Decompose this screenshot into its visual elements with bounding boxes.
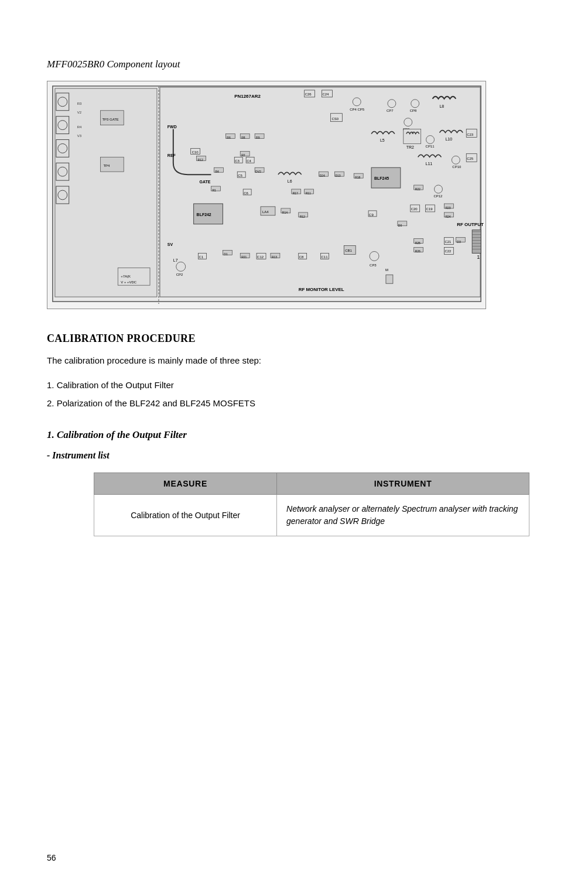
svg-text:C20: C20 bbox=[411, 207, 418, 211]
table-header-instrument: INSTRUMENT bbox=[277, 473, 529, 495]
svg-text:D1: D1 bbox=[224, 253, 228, 256]
table-header-row: MEASURE INSTRUMENT bbox=[94, 473, 529, 495]
svg-text:SV: SV bbox=[167, 242, 173, 246]
table-cell-measure: Calibration of the Output Filter bbox=[94, 495, 277, 536]
svg-text:BLF242: BLF242 bbox=[197, 213, 211, 217]
svg-text:R3: R3 bbox=[77, 102, 82, 105]
page-container: MFF0025BR0 Component layout bbox=[0, 0, 588, 880]
svg-text:FWD: FWD bbox=[167, 125, 177, 129]
svg-text:CP2: CP2 bbox=[176, 273, 183, 276]
svg-text:R11: R11 bbox=[306, 192, 311, 195]
svg-text:CP10: CP10 bbox=[452, 165, 461, 169]
svg-text:C19: C19 bbox=[426, 207, 433, 211]
svg-text:C4: C4 bbox=[247, 159, 251, 163]
svg-text:LA4: LA4 bbox=[262, 210, 269, 214]
svg-text:+7A(K: +7A(K bbox=[121, 275, 131, 278]
sub-section-1: 1. Calibration of the Output Filter - In… bbox=[47, 429, 541, 536]
svg-text:R21: R21 bbox=[241, 256, 247, 259]
svg-text:C3: C3 bbox=[235, 159, 240, 163]
svg-text:R8: R8 bbox=[241, 136, 245, 139]
svg-text:RF OUTPUT: RF OUTPUT bbox=[457, 222, 484, 227]
svg-text:CP8: CP8 bbox=[410, 109, 417, 112]
instrument-table: MEASURE INSTRUMENT Calibration of the Ou… bbox=[94, 472, 529, 536]
step-2: 2. Polarization of the BLF242 and BLF245… bbox=[47, 395, 541, 412]
svg-text:C12: C12 bbox=[257, 255, 264, 259]
svg-text:R4: R4 bbox=[215, 170, 219, 173]
svg-text:D3: D3 bbox=[457, 241, 461, 244]
svg-rect-51 bbox=[404, 129, 421, 144]
svg-text:BLF245: BLF245 bbox=[374, 176, 389, 180]
svg-text:R25: R25 bbox=[415, 242, 421, 245]
svg-text:D0: D0 bbox=[398, 224, 402, 227]
svg-text:R26: R26 bbox=[415, 250, 421, 253]
svg-text:C25: C25 bbox=[467, 157, 474, 160]
svg-text:L10: L10 bbox=[445, 137, 452, 141]
svg-text:L5: L5 bbox=[380, 138, 385, 142]
table-cell-instrument: Network analyser or alternately Spectrum… bbox=[277, 495, 529, 536]
svg-text:R13: R13 bbox=[272, 256, 277, 259]
svg-text:C22: C22 bbox=[445, 249, 452, 253]
svg-text:RF MONITOR LEVEL: RF MONITOR LEVEL bbox=[299, 287, 344, 292]
svg-text:R12: R12 bbox=[198, 159, 203, 162]
svg-text:CP4 CP5: CP4 CP5 bbox=[350, 108, 365, 111]
svg-rect-25 bbox=[160, 87, 480, 297]
svg-text:PN1267AR2: PN1267AR2 bbox=[234, 94, 261, 99]
table-row: Calibration of the Output Filter Network… bbox=[94, 495, 529, 536]
step-1: 1. Calibration of the Output Filter bbox=[47, 377, 541, 394]
svg-text:R9: R9 bbox=[256, 136, 260, 139]
svg-text:D13: D13 bbox=[335, 174, 340, 177]
steps-list: 1. Calibration of the Output Filter 2. P… bbox=[47, 377, 541, 412]
svg-text:R17: R17 bbox=[293, 192, 298, 195]
svg-text:CP12: CP12 bbox=[434, 194, 443, 198]
svg-text:C8: C8 bbox=[299, 255, 304, 259]
component-layout-title: MFF0025BR0 Component layout bbox=[47, 59, 541, 70]
svg-text:CP7: CP7 bbox=[387, 109, 394, 112]
svg-text:CB1: CB1 bbox=[345, 249, 352, 252]
svg-text:R14: R14 bbox=[282, 211, 288, 214]
svg-text:C6: C6 bbox=[244, 191, 248, 195]
svg-text:L6: L6 bbox=[288, 179, 292, 183]
svg-text:C23: C23 bbox=[467, 133, 474, 136]
svg-text:1: 1 bbox=[477, 254, 480, 260]
svg-text:C24: C24 bbox=[323, 93, 330, 96]
svg-text:C1: C1 bbox=[199, 255, 204, 259]
svg-text:C11: C11 bbox=[322, 255, 329, 259]
sub-section-1-title: 1. Calibration of the Output Filter bbox=[47, 429, 541, 441]
svg-text:D24: D24 bbox=[320, 174, 325, 177]
svg-text:R6: R6 bbox=[227, 136, 231, 139]
svg-text:TP4: TP4 bbox=[103, 164, 110, 167]
svg-rect-120 bbox=[472, 230, 481, 254]
svg-text:L11: L11 bbox=[426, 162, 433, 166]
calibration-heading: CALIBRATION PROCEDURE bbox=[47, 333, 541, 345]
svg-text:R1: R1 bbox=[212, 189, 216, 192]
svg-text:V3: V3 bbox=[77, 134, 82, 138]
pcb-image: R3 V2 R4 V3 TP3 GATE TP4 +7A(K V + +VDC … bbox=[47, 81, 486, 309]
svg-text:L7: L7 bbox=[173, 258, 178, 262]
svg-text:TP3 GATE: TP3 GATE bbox=[102, 118, 118, 121]
svg-text:L8: L8 bbox=[439, 104, 444, 108]
svg-text:R23: R23 bbox=[445, 207, 450, 210]
svg-text:R24: R24 bbox=[445, 215, 450, 218]
svg-text:REF: REF bbox=[167, 153, 176, 157]
svg-text:R18: R18 bbox=[355, 176, 360, 179]
svg-text:CP11: CP11 bbox=[426, 145, 435, 148]
svg-text:V +   +VDC: V + +VDC bbox=[121, 280, 137, 284]
intro-text: The calibration procedure is mainly made… bbox=[47, 355, 541, 365]
svg-text:R12: R12 bbox=[300, 215, 305, 218]
svg-text:GATE: GATE bbox=[200, 180, 211, 184]
page-number: 56 bbox=[47, 853, 56, 862]
svg-text:DV2: DV2 bbox=[255, 170, 261, 173]
svg-text:C21: C21 bbox=[445, 240, 452, 244]
svg-text:R22: R22 bbox=[415, 188, 421, 191]
svg-text:V2: V2 bbox=[77, 111, 82, 114]
svg-text:R2: R2 bbox=[241, 154, 245, 157]
instrument-list-label: - Instrument list bbox=[47, 450, 541, 461]
calibration-procedure-section: CALIBRATION PROCEDURE The calibration pr… bbox=[47, 333, 541, 412]
svg-text:CP3: CP3 bbox=[370, 263, 377, 267]
instrument-table-wrapper: MEASURE INSTRUMENT Calibration of the Ou… bbox=[94, 472, 529, 536]
svg-text:C9: C9 bbox=[369, 213, 374, 217]
svg-text:C5: C5 bbox=[238, 174, 242, 177]
svg-text:M: M bbox=[385, 268, 388, 272]
table-header-measure: MEASURE bbox=[94, 473, 277, 495]
svg-text:CS0: CS0 bbox=[331, 117, 339, 121]
